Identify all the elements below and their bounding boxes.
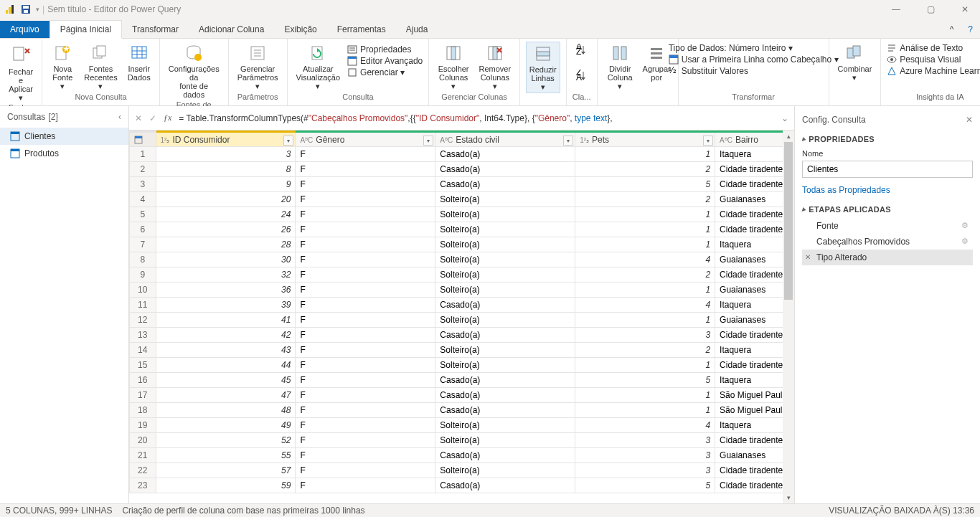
table-row[interactable]: 1949FSolteiro(a)4Itaquera [130, 418, 795, 433]
group-label-rows [542, 93, 544, 103]
collapse-queries-icon[interactable]: ‹ [118, 112, 121, 122]
table-row[interactable]: 830FSolteiro(a)4Guaianases [130, 252, 795, 267]
fx-icon[interactable]: ƒx [164, 113, 171, 123]
query-item-produtos[interactable]: Produtos [0, 145, 128, 162]
table-row[interactable]: 1443FSolteiro(a)2Itaquera [130, 343, 795, 358]
table-row[interactable]: 1036FSolteiro(a)1Guaianases [130, 283, 795, 298]
tab-file[interactable]: Arquivo [0, 21, 50, 38]
svg-rect-5 [24, 10, 28, 13]
column-header-gênero[interactable]: AᴮCGênero▾ [296, 132, 435, 147]
applied-step[interactable]: Fonte⚙ [802, 218, 973, 234]
combine-button[interactable]: Combinar ▾ [835, 42, 875, 83]
first-row-header-button[interactable]: Usar a Primeira Linha como Cabeçalho ▾ [669, 54, 839, 65]
manage-params-button[interactable]: Gerenciar Parâmetros ▾ [235, 42, 281, 92]
filter-dropdown-icon[interactable]: ▾ [423, 136, 433, 146]
cancel-formula-icon[interactable]: ✕ [135, 113, 142, 123]
enter-data-button[interactable]: Inserir Dados [125, 42, 154, 83]
table-row[interactable]: 1139FCasado(a)4Itaquera [130, 298, 795, 313]
applied-step[interactable]: Tipo Alterado [802, 250, 973, 265]
close-settings-icon[interactable]: ✕ [966, 115, 973, 125]
tab-tools[interactable]: Ferramentas [327, 21, 396, 38]
table-row[interactable]: 28FCasado(a)2Cidade tiradentes [130, 162, 795, 177]
vision-button[interactable]: Pesquisa Visual [887, 54, 980, 65]
column-header-pets[interactable]: 1²₃Pets▾ [575, 132, 715, 147]
vertical-scrollbar[interactable]: ▴ ▾ [783, 131, 794, 503]
table-row[interactable]: 1747FCasado(a)1São Miguel Paulista [130, 388, 795, 403]
svg-rect-4 [23, 6, 29, 9]
applied-steps-title[interactable]: ETAPAS APLICADAS [802, 205, 973, 214]
table-row[interactable]: 2359FCasado(a)5Cidade tiradentes [130, 478, 795, 493]
tab-add-column[interactable]: Adicionar Coluna [189, 21, 274, 38]
table-row[interactable]: 626FSolteiro(a)1Cidade tiradentes [130, 222, 795, 237]
svg-rect-68 [11, 149, 19, 151]
data-grid[interactable]: 1²₃ID Consumidor▾AᴮCGênero▾AᴮCEstado civ… [129, 131, 794, 503]
table-row[interactable]: 524FSolteiro(a)1Cidade tiradentes [130, 207, 795, 222]
sort-asc-button[interactable]: AZ [573, 42, 591, 57]
group-by-button[interactable]: Agrupar por [641, 42, 672, 83]
manage-button[interactable]: Gerenciar ▾ [347, 67, 423, 77]
name-label: Nome [802, 149, 973, 158]
tab-transform[interactable]: Transformar [122, 21, 189, 38]
accept-formula-icon[interactable]: ✓ [149, 113, 156, 123]
tab-view[interactable]: Exibição [274, 21, 326, 38]
tab-help[interactable]: Ajuda [396, 21, 438, 38]
sort-desc-button[interactable]: ZA [573, 67, 591, 83]
filter-dropdown-icon[interactable]: ▾ [563, 136, 573, 146]
table-row[interactable]: 1645FCasado(a)5Itaquera [130, 373, 795, 388]
table-row[interactable]: 13FCasado(a)1Itaquera [130, 147, 795, 162]
applied-step[interactable]: Cabeçalhos Promovidos⚙ [802, 234, 973, 250]
remove-columns-button[interactable]: Remover Colunas ▾ [476, 42, 514, 92]
all-properties-link[interactable]: Todas as Propriedades [802, 185, 973, 195]
data-type-button[interactable]: Tipo de Dados: Número Inteiro ▾ [669, 43, 839, 53]
help-icon[interactable]: ? [961, 21, 980, 38]
formula-expand-icon[interactable]: ⌄ [781, 113, 788, 123]
column-header-estado civil[interactable]: AᴮCEstado civil▾ [435, 132, 575, 147]
table-row[interactable]: 2155FCasado(a)3Guaianases [130, 448, 795, 463]
gear-icon[interactable]: ⚙ [961, 221, 969, 230]
table-row[interactable]: 39FCasado(a)5Cidade tiradentes [130, 177, 795, 192]
table-row[interactable]: 1848FCasado(a)1São Miguel Paulista [130, 403, 795, 418]
table-row[interactable]: 1241FSolteiro(a)1Guaianases [130, 313, 795, 328]
table-row[interactable]: 1342FCasado(a)3Cidade tiradentes [130, 328, 795, 343]
advanced-editor-button[interactable]: Editor Avançado [347, 56, 423, 66]
maximize-button[interactable]: ▢ [920, 4, 941, 14]
filter-dropdown-icon[interactable]: ▾ [283, 136, 293, 146]
properties-button[interactable]: Propriedades [347, 44, 423, 54]
close-button[interactable]: ✕ [954, 4, 976, 14]
window-title: Sem título - Editor do Power Query [47, 4, 181, 14]
gear-icon[interactable]: ⚙ [961, 237, 969, 246]
filter-dropdown-icon[interactable]: ▾ [703, 136, 713, 146]
close-apply-button[interactable]: Fechar e Aplicar ▾ [6, 42, 36, 103]
split-column-button[interactable]: Dividir Coluna ▾ [603, 42, 637, 92]
data-source-settings-button[interactable]: Configurações da fonte de dados [166, 42, 222, 100]
table-row[interactable]: 2257FSolteiro(a)3Cidade tiradentes [130, 463, 795, 478]
column-header-id consumidor[interactable]: 1²₃ID Consumidor▾ [156, 132, 296, 147]
group-label-split [636, 93, 639, 103]
tab-home[interactable]: Página Inicial [50, 20, 122, 39]
azure-ml-button[interactable]: Azure Machine Learning [887, 66, 980, 76]
table-row[interactable]: 932FSolteiro(a)2Cidade tiradentes [130, 267, 795, 283]
reduce-rows-button[interactable]: Reduzir Linhas ▾ [526, 42, 560, 93]
group-label-ia: Insights da IA [916, 93, 964, 103]
replace-values-button[interactable]: ¹⁄₂Substituir Valores [669, 66, 839, 76]
text-analytics-button[interactable]: Análise de Texto [887, 43, 980, 53]
minimize-button[interactable]: ― [885, 4, 907, 14]
new-source-button[interactable]: ★Nova Fonte ▾ [48, 42, 77, 92]
corner-cell[interactable] [130, 132, 156, 147]
table-row[interactable]: 1544FSolteiro(a)1Cidade tiradentes [130, 358, 795, 373]
qat-dropdown-icon[interactable]: ▾ [36, 6, 39, 13]
properties-section-title[interactable]: PROPRIEDADES [802, 135, 973, 143]
refresh-preview-button[interactable]: Atualizar Visualização ▾ [293, 42, 344, 92]
query-name-input[interactable] [802, 161, 973, 178]
recent-sources-button[interactable]: Fontes Recentes ▾ [81, 42, 120, 92]
table-row[interactable]: 728FSolteiro(a)1Itaquera [130, 237, 795, 252]
table-row[interactable]: 420FSolteiro(a)2Guaianases [130, 192, 795, 207]
choose-columns-button[interactable]: Escolher Colunas ▾ [435, 42, 472, 92]
formula-text[interactable]: = Table.TransformColumnTypes(#"Cabeçalho… [179, 113, 774, 123]
table-row[interactable]: 2052FSolteiro(a)3Cidade tiradentes [130, 433, 795, 448]
scroll-up-icon[interactable]: ▴ [783, 131, 794, 142]
query-item-clientes[interactable]: Clientes [0, 128, 128, 145]
scroll-down-icon[interactable]: ▾ [783, 492, 794, 503]
ribbon-collapse-icon[interactable]: ^ [943, 21, 961, 38]
save-icon[interactable] [20, 4, 32, 15]
